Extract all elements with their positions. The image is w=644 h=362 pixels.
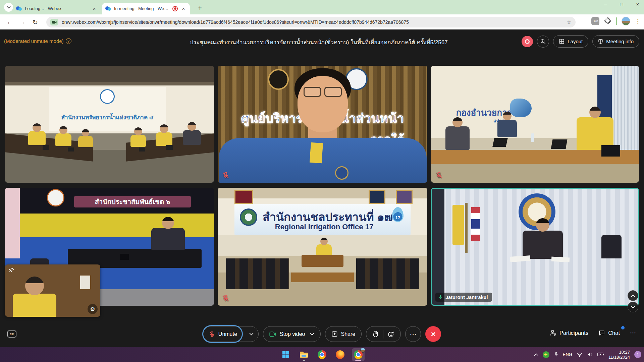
leave-meeting-button[interactable]: × — [425, 326, 441, 342]
forward-button[interactable]: → — [17, 17, 28, 27]
windows-logo-icon — [282, 351, 290, 359]
mic-muted-icon — [209, 330, 215, 338]
layout-grid-icon — [559, 39, 565, 44]
person-figure — [156, 132, 172, 146]
chevron-down-icon[interactable] — [310, 333, 314, 336]
person-figure-suit — [445, 126, 470, 150]
tab-in-meeting-webex[interactable]: In meeting - Meeting - Webex × — [102, 3, 190, 14]
chrome-active-window-button[interactable] — [352, 348, 365, 361]
recording-indicator-button[interactable] — [522, 36, 533, 47]
notification-count-badge[interactable]: 1 — [634, 351, 641, 358]
chair — [601, 235, 622, 258]
chat-bubble-icon — [598, 329, 605, 336]
minimize-button[interactable]: – — [602, 1, 609, 7]
person-figure — [78, 136, 93, 147]
tab-close-icon[interactable]: × — [91, 6, 97, 11]
address-bar[interactable]: onwr.webex.com/wbxmjs/joinservice/sites/… — [46, 17, 576, 27]
onwr-logo — [100, 89, 115, 104]
chrome-button[interactable] — [316, 348, 328, 361]
mic-live-icon — [438, 294, 443, 300]
tray-app-icon[interactable] — [543, 351, 549, 358]
browser-menu-icon[interactable]: ⋮ — [635, 18, 641, 25]
meeting-header-actions: Layout Meeting info — [522, 35, 639, 48]
bookmark-star-icon[interactable]: ☆ — [567, 19, 572, 26]
zoom-search-button[interactable] — [537, 36, 549, 48]
extensions-puzzle-icon[interactable] — [604, 17, 611, 25]
new-tab-button[interactable]: + — [195, 3, 205, 13]
reload-button[interactable]: ↻ — [30, 17, 40, 27]
language-indicator[interactable]: ENG — [563, 352, 572, 357]
maximize-button[interactable]: □ — [618, 1, 625, 7]
video-tile-command-division[interactable]: กองอำนวยการ แห่งชาติ — [431, 66, 639, 183]
unmute-button[interactable]: Unmute — [203, 326, 242, 342]
close-window-button[interactable]: × — [634, 1, 641, 7]
share-icon — [331, 331, 338, 337]
video-tile-irrigation-office17[interactable]: สำนักงานชลประทานที่ ๑๗ Regional Irrigati… — [218, 188, 427, 306]
framed-portrait — [369, 190, 385, 204]
chevron-down-icon — [249, 333, 254, 336]
meeting-info-label: Meeting info — [606, 39, 634, 44]
share-button[interactable]: Share — [325, 326, 362, 342]
prd6-sign-text: สำนักประชาสัมพันธ์เขต ๖ — [95, 196, 170, 207]
share-label: Share — [341, 331, 355, 337]
wifi-icon[interactable] — [577, 352, 583, 357]
video-tile-front-water-center[interactable]: ศูนย์บริหารจัดการน้ำส่วนหน้า ภาคใต้ — [218, 66, 427, 183]
person-figure — [55, 133, 71, 146]
volume-icon[interactable] — [587, 352, 593, 357]
camera-in-use-icon[interactable] — [50, 19, 58, 25]
stop-video-button[interactable]: Stop video — [263, 326, 321, 342]
participants-button[interactable]: Participants — [550, 329, 588, 336]
profile-avatar[interactable] — [622, 17, 630, 25]
window-blinds — [612, 66, 639, 154]
rio17-logo-ri: RI — [385, 214, 391, 221]
back-button[interactable]: ← — [5, 17, 15, 27]
scroll-tiles-down-button[interactable] — [628, 302, 638, 312]
yellow-shirt-collar — [310, 142, 323, 163]
flag-pole — [465, 203, 468, 253]
reaction-smiley-icon[interactable] — [388, 331, 394, 338]
laptop — [43, 145, 49, 150]
tab-close-icon[interactable]: × — [180, 6, 186, 11]
chair-rows-left — [226, 258, 289, 289]
scroll-tiles-up-button[interactable] — [628, 290, 638, 301]
file-explorer-button[interactable] — [298, 348, 310, 361]
chat-button[interactable]: Chat — [598, 329, 620, 336]
thai-flag — [471, 207, 480, 241]
battery-icon[interactable] — [597, 352, 604, 357]
help-icon[interactable]: ? — [66, 38, 71, 44]
tray-microphone-icon[interactable] — [554, 352, 558, 358]
pink-column — [5, 188, 20, 258]
person-face — [298, 76, 348, 132]
tab-title: In meeting - Meeting - Webex — [114, 6, 170, 11]
meeting-info-button[interactable]: Meeting info — [592, 35, 639, 48]
tab-loading-webex[interactable]: Loading... - Webex × — [13, 3, 101, 14]
unmute-options-button[interactable] — [245, 326, 258, 342]
panels-more-button[interactable]: ⋯ — [630, 329, 636, 337]
tab-search-button[interactable] — [4, 3, 13, 12]
self-view-thumbnail[interactable]: ⚙ — [5, 264, 100, 317]
tray-expand-chevron-icon[interactable] — [534, 353, 538, 356]
moderated-unmute-mode-label: (Moderated unmute mode) ? — [4, 38, 71, 44]
firefox-button[interactable] — [334, 348, 346, 361]
video-tile-onwr-region4[interactable]: สำนักงานทรัพยากรน้ำแห่งชาติภาค ๔ — [5, 66, 214, 183]
divider — [383, 330, 383, 339]
raise-hand-icon[interactable] — [372, 330, 379, 338]
start-button[interactable] — [279, 348, 292, 361]
taskbar-clock[interactable]: 10:27 11/18/2024 — [608, 350, 630, 360]
speaker-name-text: Jaturont Jantrakul — [445, 295, 488, 300]
pin-icon[interactable] — [8, 267, 14, 273]
center-table — [291, 273, 354, 282]
laptop — [166, 145, 173, 150]
window-controls: – □ × — [602, 1, 641, 7]
video-tile-active-speaker[interactable]: Jaturont Jantrakul — [431, 188, 639, 306]
more-options-button[interactable]: ⋯ — [405, 326, 421, 342]
line-extension-icon[interactable]: LINE — [591, 17, 599, 25]
self-view-settings-button[interactable]: ⚙ — [88, 304, 98, 314]
water-logo — [510, 99, 532, 117]
shield-icon — [598, 39, 603, 44]
windows-taskbar: ENG 10:27 11/18/2024 1 — [0, 347, 644, 362]
layout-button[interactable]: Layout — [553, 35, 588, 48]
framed-portrait — [234, 190, 253, 204]
system-tray: ENG 10:27 11/18/2024 1 — [534, 347, 641, 362]
url-text[interactable]: onwr.webex.com/wbxmjs/joinservice/sites/… — [62, 19, 563, 25]
